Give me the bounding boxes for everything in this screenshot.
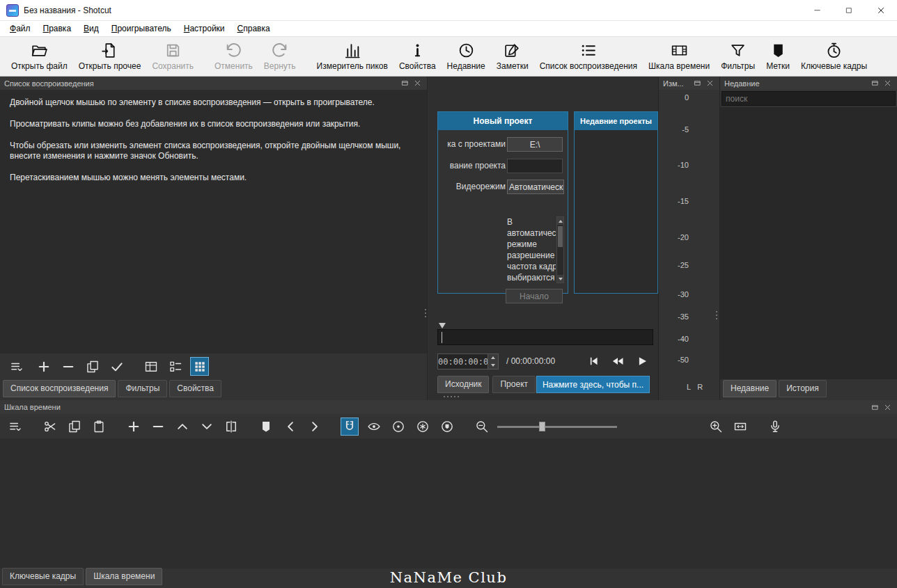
undo-button[interactable]: Отменить bbox=[209, 39, 258, 74]
keyframes-button[interactable]: Ключевые кадры bbox=[795, 39, 873, 74]
ripple-delete-button[interactable] bbox=[149, 418, 167, 436]
notes-button[interactable]: Заметки bbox=[491, 39, 534, 74]
tab-source[interactable]: Исходник bbox=[437, 376, 489, 393]
markers-button[interactable]: Метки bbox=[760, 39, 795, 74]
update-button[interactable] bbox=[107, 357, 126, 376]
view-details-button[interactable] bbox=[141, 357, 160, 376]
timeline-tracks-area[interactable] bbox=[0, 438, 897, 569]
rewind-button[interactable] bbox=[610, 353, 625, 369]
menu-item-player[interactable]: Проигрыватель bbox=[105, 22, 178, 35]
tab-history[interactable]: История bbox=[779, 380, 827, 397]
timeline-float-button[interactable] bbox=[870, 402, 880, 413]
next-marker-button[interactable] bbox=[306, 418, 324, 436]
spin-up-button[interactable] bbox=[488, 354, 498, 362]
recent-close-button[interactable] bbox=[882, 78, 893, 88]
search-input[interactable] bbox=[722, 91, 896, 106]
append-button[interactable] bbox=[125, 418, 143, 436]
play-button[interactable] bbox=[634, 353, 650, 369]
menu-item-file[interactable]: Файл bbox=[3, 22, 37, 35]
zoom-out-button[interactable] bbox=[473, 418, 491, 436]
tab-playlist[interactable]: Список воспроизведения bbox=[3, 380, 116, 397]
open-file-button[interactable]: Открыть файл bbox=[6, 39, 73, 74]
record-audio-button[interactable] bbox=[766, 418, 784, 436]
scrub-while-dragging-button[interactable] bbox=[365, 418, 383, 436]
properties-button[interactable]: Свойства bbox=[393, 39, 442, 74]
projects-folder-button[interactable]: E:\ bbox=[507, 137, 563, 152]
append-button[interactable] bbox=[34, 357, 53, 376]
filters-button[interactable]: Фильтры bbox=[715, 39, 760, 74]
scroll-thumb[interactable] bbox=[558, 226, 563, 247]
maximize-button[interactable] bbox=[833, 0, 865, 20]
seek-bar[interactable] bbox=[437, 329, 653, 345]
zoom-fit-button[interactable] bbox=[731, 418, 749, 436]
paste-button[interactable] bbox=[90, 418, 108, 436]
copy-button[interactable] bbox=[65, 418, 84, 436]
tab-keyframes[interactable]: Ключевые кадры bbox=[2, 568, 84, 585]
float-icon bbox=[401, 79, 409, 87]
spin-down-button[interactable] bbox=[488, 362, 498, 370]
recent-float-button[interactable] bbox=[870, 78, 880, 88]
timeline-close-button[interactable] bbox=[882, 402, 893, 413]
view-tiles-button[interactable] bbox=[166, 357, 185, 376]
overwrite-button[interactable] bbox=[198, 418, 216, 436]
timeline-button[interactable]: Шкала времени bbox=[643, 39, 715, 74]
zoom-slider[interactable] bbox=[497, 420, 617, 434]
snap-button[interactable] bbox=[341, 418, 359, 436]
lift-button[interactable] bbox=[173, 418, 192, 436]
open-other-button[interactable]: Открыть прочее bbox=[73, 39, 147, 74]
scroll-up-button[interactable] bbox=[557, 217, 563, 225]
peak-meter-button[interactable]: Измеритель пиков bbox=[311, 39, 393, 74]
recent-panel-header: Недавние bbox=[720, 77, 897, 90]
split-button[interactable] bbox=[222, 418, 240, 436]
recent-projects-list[interactable] bbox=[575, 130, 657, 293]
cut-button[interactable] bbox=[41, 418, 59, 436]
view-icons-button[interactable] bbox=[190, 357, 209, 376]
splitter-handle[interactable] bbox=[425, 309, 426, 317]
menu-item-edit[interactable]: Правка bbox=[37, 22, 78, 35]
meter-close-button[interactable] bbox=[705, 78, 715, 88]
playlist-button[interactable]: Список воспроизведения bbox=[534, 39, 643, 74]
menu-item-settings[interactable]: Настройки bbox=[178, 22, 231, 35]
video-mode-combo[interactable]: Автоматически bbox=[507, 180, 564, 194]
copy-button[interactable] bbox=[83, 357, 102, 376]
skip-start-button[interactable] bbox=[586, 353, 601, 369]
prev-marker-button[interactable] bbox=[281, 418, 299, 436]
tab-project[interactable]: Проект bbox=[492, 376, 536, 393]
start-button[interactable]: Начало bbox=[506, 289, 563, 303]
close-button[interactable] bbox=[865, 0, 897, 20]
ripple-markers-button[interactable] bbox=[438, 418, 456, 436]
meter-float-button[interactable] bbox=[692, 78, 703, 88]
tab-timeline[interactable]: Шкала времени bbox=[86, 568, 162, 585]
playhead[interactable] bbox=[439, 323, 446, 328]
ripple-all-tracks-button[interactable] bbox=[414, 418, 432, 436]
redo-button[interactable]: Вернуть bbox=[258, 39, 302, 74]
tab-filters[interactable]: Фильтры bbox=[118, 380, 167, 397]
save-button[interactable]: Сохранить bbox=[146, 39, 199, 74]
scroll-down-button[interactable] bbox=[557, 275, 563, 283]
remove-button[interactable] bbox=[58, 357, 77, 376]
tab-recent[interactable]: Недавние bbox=[723, 380, 777, 397]
ripple-button[interactable] bbox=[389, 418, 407, 436]
menu-item-help[interactable]: Справка bbox=[231, 22, 276, 35]
recent-button[interactable]: Недавние bbox=[442, 39, 491, 74]
tab-properties[interactable]: Свойства bbox=[169, 380, 221, 397]
circle-asterisk-icon bbox=[416, 420, 430, 434]
zoom-in-button[interactable] bbox=[707, 418, 725, 436]
project-name-input[interactable] bbox=[507, 159, 563, 173]
open-cta-button[interactable]: Нажмите здесь, чтобы п... bbox=[536, 376, 650, 393]
playlist-close-button[interactable] bbox=[412, 78, 423, 88]
menu-item-view[interactable]: Вид bbox=[77, 22, 105, 35]
minimize-button[interactable] bbox=[801, 0, 833, 20]
playlist-float-button[interactable] bbox=[400, 78, 410, 88]
marker-button[interactable] bbox=[257, 418, 275, 436]
timeline-menu-button[interactable] bbox=[6, 418, 24, 436]
description-scrollbar[interactable] bbox=[556, 216, 564, 283]
recent-list[interactable] bbox=[720, 107, 897, 379]
position-spinbox[interactable] bbox=[437, 353, 499, 370]
playlist-menu-button[interactable] bbox=[5, 357, 29, 376]
properties-icon bbox=[409, 42, 426, 59]
splitter-handle[interactable] bbox=[716, 311, 717, 319]
slider-handle[interactable] bbox=[539, 422, 545, 431]
position-input[interactable] bbox=[438, 354, 488, 369]
splitter-handle[interactable] bbox=[444, 396, 459, 397]
